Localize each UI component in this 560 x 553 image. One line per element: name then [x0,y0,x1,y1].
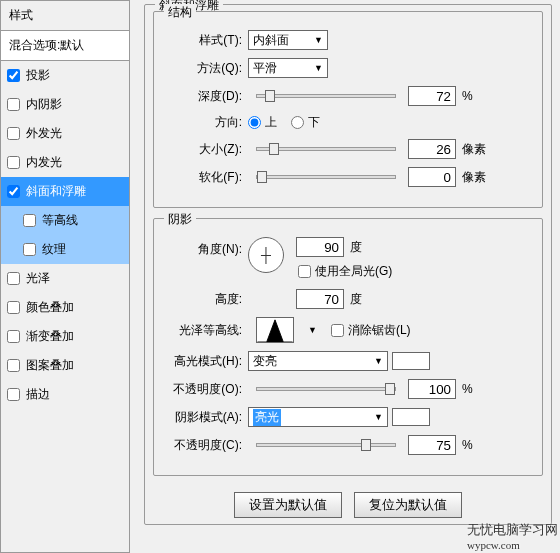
checkbox-drop-shadow[interactable] [7,69,20,82]
shadow-opacity-unit: % [462,438,473,452]
highlight-opacity-slider[interactable] [256,387,396,391]
gloss-contour-picker[interactable] [256,317,294,343]
angle-label: 角度(N): [166,237,248,258]
antialias-checkbox[interactable]: 消除锯齿(L) [331,322,411,339]
shadow-opacity-input[interactable] [408,435,456,455]
soften-input[interactable] [408,167,456,187]
soften-unit: 像素 [462,169,486,186]
soften-label: 软化(F): [166,169,248,186]
global-light-checkbox[interactable]: 使用全局光(G) [298,263,392,280]
style-item-label: 内阴影 [26,96,62,113]
checkbox-gradient-overlay[interactable] [7,330,20,343]
size-input[interactable] [408,139,456,159]
highlight-color-swatch[interactable] [392,352,430,370]
style-item-pattern-overlay[interactable]: 图案叠加 [1,351,129,380]
style-item-label: 斜面和浮雕 [26,183,86,200]
style-item-label: 颜色叠加 [26,299,74,316]
style-item-label: 图案叠加 [26,357,74,374]
highlight-opacity-unit: % [462,382,473,396]
highlight-mode-label: 高光模式(H): [166,353,248,370]
chevron-down-icon: ▼ [314,63,323,73]
style-item-inner-glow[interactable]: 内发光 [1,148,129,177]
style-item-satin[interactable]: 光泽 [1,264,129,293]
style-item-label: 纹理 [42,241,66,258]
altitude-unit: 度 [350,291,362,308]
svg-marker-0 [257,320,292,342]
style-dropdown[interactable]: 内斜面 ▼ [248,30,328,50]
shadow-color-swatch[interactable] [392,408,430,426]
shadow-mode-value: 亮光 [253,409,281,426]
style-list: 投影 内阴影 外发光 内发光 斜面和浮雕 等高线 [1,61,129,409]
size-unit: 像素 [462,141,486,158]
style-item-label: 描边 [26,386,50,403]
radio-down[interactable] [291,116,304,129]
checkbox-antialias[interactable] [331,324,344,337]
depth-input[interactable] [408,86,456,106]
depth-label: 深度(D): [166,88,248,105]
structure-title: 结构 [164,4,196,21]
altitude-input[interactable] [296,289,344,309]
style-item-color-overlay[interactable]: 颜色叠加 [1,293,129,322]
style-item-contour[interactable]: 等高线 [1,206,129,235]
shadow-mode-label: 阴影模式(A): [166,409,248,426]
style-item-label: 投影 [26,67,50,84]
size-slider[interactable] [256,147,396,151]
style-item-drop-shadow[interactable]: 投影 [1,61,129,90]
checkbox-inner-shadow[interactable] [7,98,20,111]
method-label: 方法(Q): [166,60,248,77]
checkbox-satin[interactable] [7,272,20,285]
highlight-opacity-input[interactable] [408,379,456,399]
depth-slider[interactable] [256,94,396,98]
angle-dial[interactable]: ┼ [248,237,284,273]
highlight-mode-dropdown[interactable]: 变亮 ▼ [248,351,388,371]
styles-panel: 样式 混合选项:默认 投影 内阴影 外发光 内发光 斜面和浮雕 [0,0,130,553]
checkbox-contour[interactable] [23,214,36,227]
checkbox-color-overlay[interactable] [7,301,20,314]
angle-unit: 度 [350,239,362,256]
style-item-label: 渐变叠加 [26,328,74,345]
style-item-outer-glow[interactable]: 外发光 [1,119,129,148]
style-item-label: 外发光 [26,125,62,142]
style-item-label: 等高线 [42,212,78,229]
highlight-opacity-label: 不透明度(O): [166,381,248,398]
checkbox-inner-glow[interactable] [7,156,20,169]
checkbox-outer-glow[interactable] [7,127,20,140]
size-label: 大小(Z): [166,141,248,158]
checkbox-stroke[interactable] [7,388,20,401]
chevron-down-icon[interactable]: ▼ [308,325,317,335]
watermark: 无忧电脑学习网 wypcw.com [467,521,558,551]
reset-default-button[interactable]: 复位为默认值 [354,492,462,518]
shadow-opacity-label: 不透明度(C): [166,437,248,454]
style-item-label: 光泽 [26,270,50,287]
checkbox-bevel[interactable] [7,185,20,198]
style-item-stroke[interactable]: 描边 [1,380,129,409]
shading-title: 阴影 [164,211,196,228]
direction-up[interactable]: 上 [248,114,277,131]
style-item-texture[interactable]: 纹理 [1,235,129,264]
checkbox-texture[interactable] [23,243,36,256]
chevron-down-icon: ▼ [374,356,383,366]
set-default-button[interactable]: 设置为默认值 [234,492,342,518]
shadow-mode-dropdown[interactable]: 亮光 ▼ [248,407,388,427]
style-item-bevel[interactable]: 斜面和浮雕 [1,177,129,206]
crosshair-icon: ┼ [261,247,271,263]
styles-panel-title: 样式 [1,1,129,31]
style-item-label: 内发光 [26,154,62,171]
settings-panel: 斜面和浮雕 结构 样式(T): 内斜面 ▼ 方法(Q): 平滑 ▼ [130,0,560,553]
direction-down[interactable]: 下 [291,114,320,131]
angle-input[interactable] [296,237,344,257]
shadow-opacity-slider[interactable] [256,443,396,447]
checkbox-pattern-overlay[interactable] [7,359,20,372]
structure-group: 结构 样式(T): 内斜面 ▼ 方法(Q): 平滑 ▼ 深度(D [153,11,543,208]
style-item-inner-shadow[interactable]: 内阴影 [1,90,129,119]
depth-unit: % [462,89,473,103]
method-dropdown[interactable]: 平滑 ▼ [248,58,328,78]
gloss-label: 光泽等高线: [166,322,248,339]
radio-up[interactable] [248,116,261,129]
blend-options-label[interactable]: 混合选项:默认 [1,31,129,61]
checkbox-global-light[interactable] [298,265,311,278]
style-item-gradient-overlay[interactable]: 渐变叠加 [1,322,129,351]
soften-slider[interactable] [256,175,396,179]
direction-label: 方向: [166,114,248,131]
method-value: 平滑 [253,60,277,77]
